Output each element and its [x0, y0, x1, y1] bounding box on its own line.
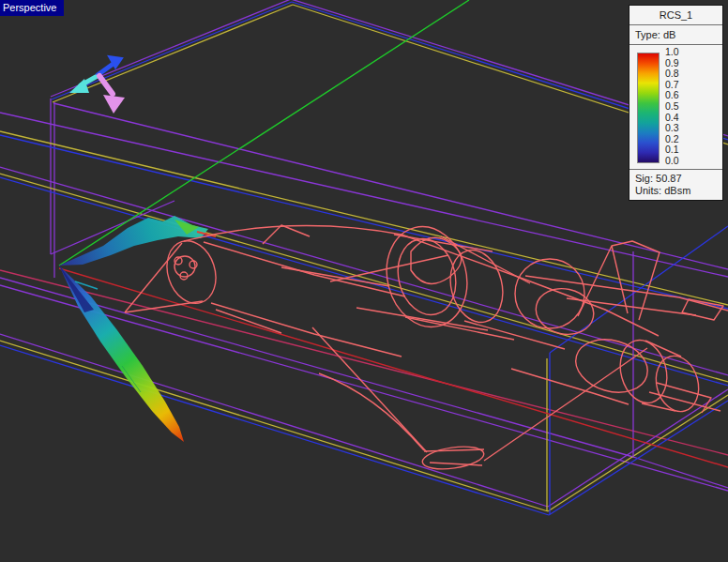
view-mode-label: Perspective [0, 0, 64, 16]
tick-label: 0.1 [665, 144, 679, 155]
legend-type-label: Type: dB [629, 25, 722, 45]
x-axis-line [59, 268, 728, 467]
tick-label: 0.3 [665, 123, 679, 133]
legend-footer: Sig: 50.87 Units: dBsm [629, 169, 722, 200]
tick-label: 0.8 [665, 68, 679, 79]
tick-label: 0.0 [665, 156, 679, 166]
magenta-arrow [99, 76, 125, 114]
tick-label: 0.7 [665, 80, 679, 90]
units-value: Units: dBsm [635, 185, 722, 197]
tick-label: 0.6 [665, 90, 679, 100]
legend-colorbar-section: 1.0 0.9 0.8 0.7 0.6 0.5 0.4 0.3 0.2 0.1 … [629, 45, 722, 169]
tick-label: 0.5 [665, 101, 679, 112]
bounding-box-wireframe [0, 0, 728, 515]
viewport-3d[interactable] [0, 0, 728, 562]
colorbar [637, 53, 660, 163]
y-axis-line [59, 0, 469, 266]
tick-label: 0.4 [665, 113, 679, 123]
sig-value: Sig: 50.87 [635, 173, 722, 185]
legend-title: RCS_1 [629, 6, 722, 25]
tick-label: 0.9 [665, 58, 679, 68]
tick-label: 1.0 [665, 47, 679, 57]
render-window: Perspective RCS_1 Type: dB 1.0 0.9 0.8 0… [0, 0, 728, 562]
results-legend-panel: RCS_1 Type: dB 1.0 0.9 0.8 0.7 0.6 0.5 0… [629, 5, 723, 201]
cyan-arrow [69, 77, 96, 93]
colorbar-tick-labels: 1.0 0.9 0.8 0.7 0.6 0.5 0.4 0.3 0.2 0.1 … [665, 47, 679, 166]
rcs-lobe-streak [59, 266, 94, 312]
tick-label: 0.2 [665, 134, 679, 144]
